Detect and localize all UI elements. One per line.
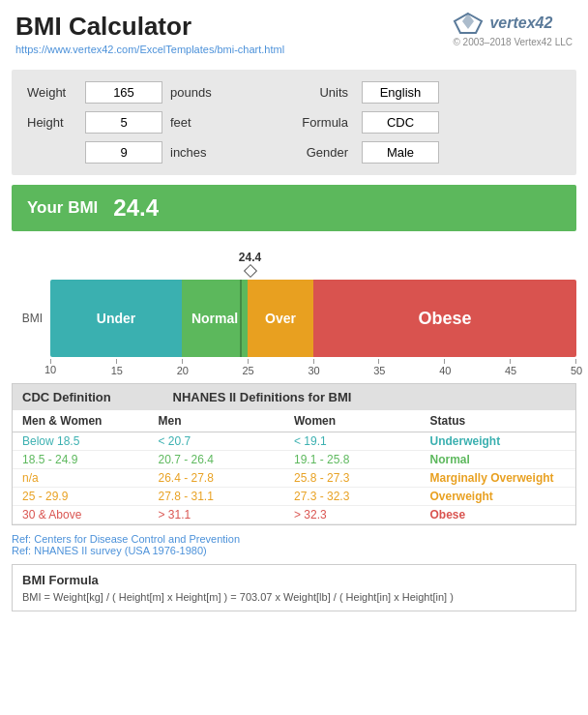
bar-normal: Normal — [182, 280, 248, 357]
bar-under-label: Under — [97, 311, 135, 326]
tick-25: 25 — [183, 359, 249, 364]
cell-men: 20.7 - 26.4 — [159, 453, 295, 466]
tick-15: 15 — [51, 359, 117, 364]
bar-over: Over — [248, 280, 313, 357]
cell-cdc: 25 - 29.9 — [22, 490, 159, 503]
cell-cdc: n/a — [22, 471, 159, 485]
x-axis: 10 15 20 25 30 35 — [50, 359, 576, 364]
units-input[interactable] — [362, 81, 439, 104]
height-feet-input[interactable] — [85, 111, 162, 134]
tick-20: 20 — [117, 359, 183, 364]
cell-cdc: 30 & Above — [22, 508, 159, 521]
cell-cdc: Below 18.5 — [22, 434, 159, 448]
cell-women: 25.8 - 27.3 — [294, 471, 430, 485]
cell-women: < 19.1 — [294, 434, 430, 448]
bar-obese: Obese — [313, 280, 576, 357]
cell-status: Obese — [430, 508, 567, 521]
cell-men: 27.8 - 31.1 — [159, 490, 295, 503]
cell-women: 27.3 - 32.3 — [294, 490, 430, 503]
table-row: 18.5 - 24.9 20.7 - 26.4 19.1 - 25.8 Norm… — [13, 451, 575, 469]
logo-icon — [453, 12, 484, 35]
input-right: Units Formula Gender — [294, 81, 561, 164]
bmi-diamond — [243, 264, 256, 278]
cell-status: Marginally Overweight — [430, 471, 567, 485]
formula-input[interactable] — [362, 111, 439, 134]
header-right: vertex42 © 2003–2018 Vertex42 LLC — [453, 12, 573, 47]
cell-cdc: 18.5 - 24.9 — [22, 453, 159, 466]
height-unit-inches: inches — [170, 145, 207, 160]
weight-input[interactable] — [85, 81, 162, 104]
height-label: Height — [27, 115, 77, 130]
table-header-row: CDC Definition NHANES II Definitions for… — [13, 384, 575, 410]
gender-row: Gender — [294, 141, 561, 164]
table-header-cdc: CDC Definition — [22, 390, 154, 404]
table-row: n/a 26.4 - 27.8 25.8 - 27.3 Marginally O… — [13, 469, 575, 488]
tick-35: 35 — [314, 359, 380, 364]
height-unit-feet: feet — [170, 115, 191, 130]
height-inches-input[interactable] — [85, 141, 162, 164]
page-title: BMI Calculator — [15, 12, 284, 42]
marker-line — [240, 280, 242, 357]
ref-link-nhanes[interactable]: Ref: NHANES II survey (USA 1976-1980) — [12, 545, 576, 556]
cell-men: > 31.1 — [159, 508, 295, 521]
tick-40: 40 — [379, 359, 445, 364]
ref-section: Ref: Centers for Disease Control and Pre… — [12, 533, 576, 556]
col-header-women: Women — [294, 414, 430, 428]
bar-over-label: Over — [265, 311, 296, 326]
tick-50: 50 — [511, 359, 576, 364]
bmi-marker-label: 24.4 — [239, 251, 261, 264]
col-header-status: Status — [430, 414, 567, 428]
bar-under: Under — [50, 280, 182, 357]
bar-obese-label: Obese — [418, 309, 471, 329]
table-rows-container: Below 18.5 < 20.7 < 19.1 Underweight 18.… — [13, 432, 575, 524]
cell-status: Overweight — [430, 490, 567, 503]
units-label: Units — [294, 85, 354, 100]
height-row-feet: Height feet — [27, 111, 294, 134]
tick-30: 30 — [249, 359, 314, 364]
weight-row: Weight pounds — [27, 81, 294, 104]
cell-men: < 20.7 — [159, 434, 295, 448]
col-header-cdc: Men & Women — [22, 414, 159, 428]
ref-link-cdc[interactable]: Ref: Centers for Disease Control and Pre… — [12, 533, 576, 545]
table-row: Below 18.5 < 20.7 < 19.1 Underweight — [13, 432, 575, 451]
input-left: Weight pounds Height feet inches — [27, 81, 294, 164]
copyright: © 2003–2018 Vertex42 LLC — [453, 37, 573, 47]
bar-normal-label: Normal — [191, 311, 238, 326]
logo: vertex42 — [453, 12, 573, 35]
bmi-result-label: Your BMI — [27, 198, 98, 218]
chart-bar-row: BMI Under Normal Over Obese — [12, 280, 576, 357]
chart-section: 24.4 BMI Under Normal Over — [12, 241, 576, 364]
cell-status: Normal — [430, 453, 567, 466]
chart-y-label: BMI — [12, 312, 50, 325]
table-header-nhanes: NHANES II Definitions for BMI — [173, 390, 567, 404]
cell-men: 26.4 - 27.8 — [159, 471, 295, 485]
height-row-inches: inches — [27, 141, 294, 164]
table-row: 30 & Above > 31.1 > 32.3 Obese — [13, 506, 575, 524]
chart-wrapper: 24.4 BMI Under Normal Over — [12, 251, 576, 364]
gender-label: Gender — [294, 145, 354, 160]
gender-input[interactable] — [362, 141, 439, 164]
weight-label: Weight — [27, 85, 77, 100]
input-section: Weight pounds Height feet inches Units F… — [12, 70, 576, 175]
bmi-result-value: 24.4 — [113, 194, 159, 222]
cell-women: 19.1 - 25.8 — [294, 453, 430, 466]
bmi-table: CDC Definition NHANES II Definitions for… — [12, 383, 576, 525]
cell-women: > 32.3 — [294, 508, 430, 521]
tick-45: 45 — [445, 359, 511, 364]
units-row: Units — [294, 81, 561, 104]
formula-label: Formula — [294, 115, 354, 130]
cell-status: Underweight — [430, 434, 567, 448]
col-header-men: Men — [159, 414, 295, 428]
weight-unit: pounds — [170, 85, 212, 100]
formula-title: BMI Formula — [22, 573, 566, 587]
header-left: BMI Calculator https://www.vertex42.com/… — [15, 12, 284, 56]
header-url[interactable]: https://www.vertex42.com/ExcelTemplates/… — [15, 44, 284, 55]
formula-text: BMI = Weight[kg] / ( Height[m] x Height[… — [22, 591, 566, 603]
bars-wrapper: Under Normal Over Obese — [50, 280, 576, 357]
logo-text: vertex42 — [489, 15, 552, 32]
table-col-headers: Men & Women Men Women Status — [13, 410, 575, 432]
formula-section: BMI Formula BMI = Weight[kg] / ( Height[… — [12, 564, 576, 611]
page-header: BMI Calculator https://www.vertex42.com/… — [0, 0, 588, 60]
input-grid: Weight pounds Height feet inches Units F… — [27, 81, 561, 164]
table-row: 25 - 29.9 27.8 - 31.1 27.3 - 32.3 Overwe… — [13, 488, 575, 506]
